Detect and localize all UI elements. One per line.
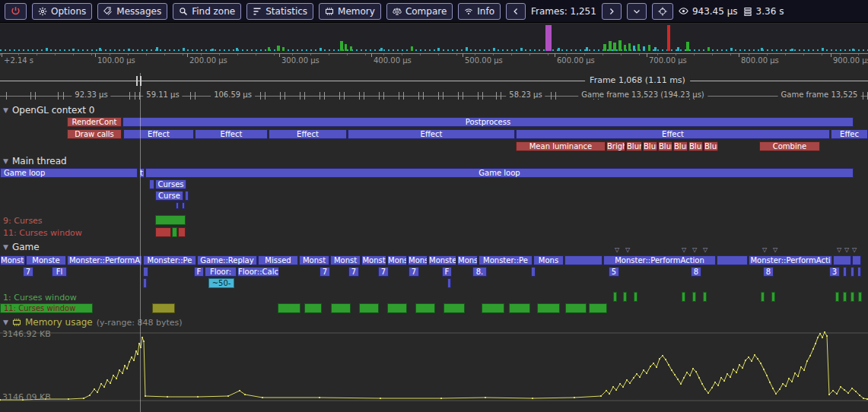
zone-bar[interactable] (851, 267, 854, 277)
zone-bar[interactable]: Game::Replay (197, 255, 257, 265)
frame-bar[interactable] (822, 48, 824, 51)
zone-bar[interactable] (304, 303, 322, 313)
zone-bar[interactable] (717, 255, 748, 265)
zone-bar[interactable]: RenderCont (67, 117, 122, 127)
compare-button[interactable]: Compare (386, 3, 453, 20)
zone-bar[interactable] (172, 227, 177, 237)
frame-bar[interactable] (345, 44, 347, 51)
zone-bar[interactable] (482, 303, 504, 313)
collapsed-zones-marker[interactable]: ▽ (837, 247, 841, 253)
zone-bar[interactable] (331, 303, 351, 313)
zone-bar[interactable]: 11: Curses window (0, 303, 93, 313)
zone-bar[interactable] (623, 292, 627, 302)
zone-bar[interactable] (155, 215, 186, 225)
zone-bar[interactable]: 8 (691, 267, 701, 277)
frame-bar[interactable] (128, 49, 130, 51)
zone-bar[interactable] (851, 292, 854, 302)
find-zone-button[interactable]: Find zone (173, 3, 241, 20)
zone-bar[interactable] (835, 292, 839, 302)
zone-bar[interactable] (682, 292, 685, 302)
memory-plot[interactable] (0, 328, 868, 412)
zone-bar[interactable] (692, 292, 696, 302)
collapsed-zones-marker[interactable]: ▽ (692, 247, 697, 253)
prev-frame-button[interactable] (506, 3, 526, 20)
zone-bar[interactable] (761, 292, 765, 302)
zone-bar[interactable]: F (194, 267, 204, 277)
zone-bar[interactable]: Monst (387, 255, 407, 265)
frame-label[interactable]: Frame 1,068 (1.11 ms) (585, 75, 690, 85)
zone-bar[interactable] (359, 303, 379, 313)
zone-bar[interactable]: Effect (195, 129, 268, 139)
frame-bar[interactable] (686, 42, 689, 51)
statistics-button[interactable]: Statistics (246, 3, 313, 20)
frame-bar[interactable] (618, 40, 622, 51)
zone-bar[interactable] (143, 267, 148, 277)
zone-bar[interactable]: Blur (626, 141, 642, 151)
frame-bar[interactable] (637, 44, 640, 51)
zone-bar[interactable]: Monste (26, 255, 66, 265)
options-button[interactable]: Options (32, 3, 92, 20)
frame-segment-label[interactable]: Game frame 13,525 (778, 90, 861, 99)
frame-bar[interactable] (520, 48, 523, 51)
collapsed-zones-marker[interactable]: ▽ (773, 247, 777, 253)
zone-bar[interactable]: Curse (155, 191, 183, 201)
zone-bar[interactable]: Monster::Pe (479, 255, 533, 265)
frame-bar[interactable] (340, 41, 343, 51)
zone-bar[interactable]: Effec (831, 129, 868, 139)
zone-bar[interactable] (833, 255, 851, 265)
zone-bar[interactable]: Monste (428, 255, 456, 265)
frame-bar[interactable] (761, 48, 763, 51)
zone-bar[interactable] (176, 202, 179, 209)
zone-bar[interactable]: Combine (759, 141, 820, 151)
zone-bar[interactable]: Monster::PerformActi (749, 255, 832, 265)
frame-segment-label[interactable]: 92.33 μs (72, 90, 110, 99)
zone-bar[interactable]: Mons (533, 255, 564, 265)
frame-bar[interactable] (72, 49, 75, 51)
zone-bar[interactable]: Blur (688, 141, 703, 151)
zone-bar[interactable]: Postprocess (122, 117, 854, 127)
zone-bar[interactable] (278, 303, 300, 313)
frame-bar[interactable] (852, 49, 854, 51)
zone-bar[interactable]: Blur (643, 141, 657, 151)
zone-bar[interactable] (178, 227, 186, 237)
zone-bar[interactable] (447, 278, 451, 288)
frame-bar[interactable] (730, 48, 733, 51)
frame-bar[interactable] (211, 49, 214, 51)
frame-bar[interactable] (791, 49, 793, 51)
frame-bar[interactable] (156, 47, 158, 51)
zone-bar[interactable]: Blur (658, 141, 672, 151)
zone-bar[interactable] (771, 292, 775, 302)
go-to-frame-button[interactable] (627, 3, 647, 20)
frame-segment-label[interactable]: 59.11 μs (143, 90, 182, 99)
zone-bar[interactable] (857, 267, 861, 277)
zone-bar[interactable]: Fl (52, 267, 67, 277)
zone-bar[interactable] (843, 292, 847, 302)
zone-bar[interactable] (182, 202, 185, 209)
frame-segment-label[interactable]: 106.59 μs (211, 90, 255, 99)
zone-bar[interactable]: F (442, 267, 452, 277)
zone-bar[interactable]: Blur (704, 141, 718, 151)
frame-bar[interactable] (350, 46, 352, 51)
frame-segment-label[interactable]: Game frame 13,523 (194.23 μs) (578, 90, 707, 99)
zone-bar[interactable]: 8. (472, 267, 487, 277)
frame-bar[interactable] (677, 47, 679, 51)
zone-bar[interactable] (564, 255, 603, 265)
frame-bar[interactable] (411, 46, 413, 51)
collapsed-zones-marker[interactable]: ▽ (703, 247, 707, 253)
zone-bar[interactable]: Monst (408, 255, 428, 265)
frame-bar[interactable] (654, 47, 657, 51)
zone-bar[interactable] (565, 303, 587, 313)
zone-bar[interactable]: Game loop (0, 168, 138, 178)
zone-bar[interactable]: Floor: (205, 267, 237, 277)
zone-bar[interactable]: Monst (299, 255, 329, 265)
memory-section-header[interactable]: ▼ Memory usage (y-range: 848 bytes) (3, 317, 183, 328)
frame-bar[interactable] (437, 48, 440, 51)
section-header-main-thread[interactable]: ▼Main thread (3, 156, 67, 166)
zone-bar[interactable]: 7 (409, 267, 419, 277)
info-button[interactable]: Info (458, 3, 501, 20)
collapsed-zones-marker[interactable]: ▽ (615, 247, 619, 253)
collapsed-zones-marker[interactable]: ▽ (852, 247, 857, 253)
frame-bar[interactable] (380, 48, 383, 51)
zone-bar[interactable]: Monst (361, 255, 386, 265)
zone-bar[interactable]: 7 (320, 267, 330, 277)
